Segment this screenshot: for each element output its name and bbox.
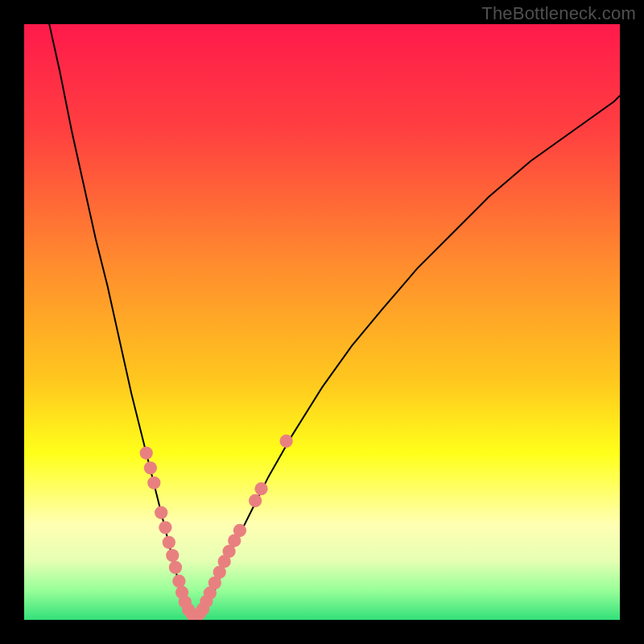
plot-area	[24, 24, 620, 620]
highlight-dots	[140, 435, 293, 620]
outer-frame: TheBottleneck.com	[0, 0, 644, 644]
svg-point-7	[166, 549, 179, 562]
svg-point-8	[169, 561, 182, 574]
watermark-text: TheBottleneck.com	[481, 3, 636, 24]
svg-point-3	[147, 477, 160, 489]
svg-point-24	[233, 524, 246, 537]
svg-point-4	[155, 506, 167, 519]
svg-point-2	[144, 461, 157, 474]
curve-line	[48, 24, 620, 619]
chart-svg	[24, 24, 620, 620]
svg-point-25	[249, 494, 262, 507]
svg-point-26	[254, 482, 267, 495]
svg-point-6	[163, 536, 175, 549]
svg-point-5	[159, 521, 171, 534]
svg-point-27	[279, 435, 292, 448]
svg-point-1	[140, 447, 153, 460]
svg-point-9	[172, 575, 185, 588]
